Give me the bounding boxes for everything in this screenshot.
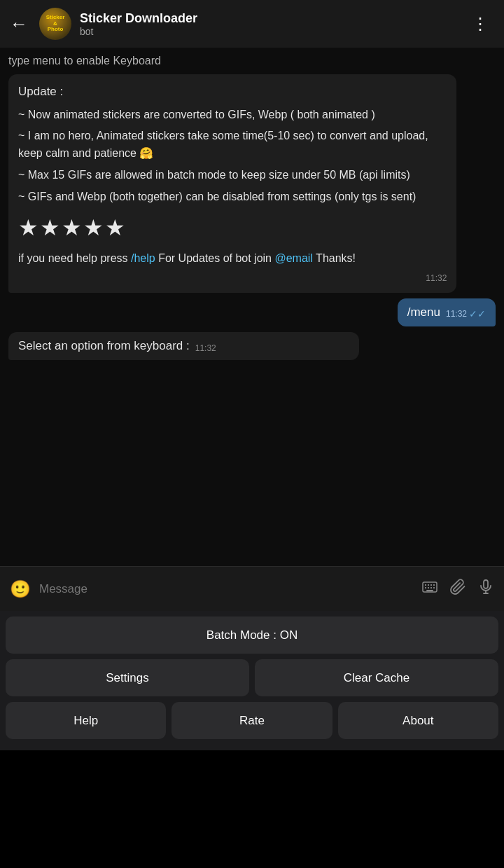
- user-bubble-meta: 11:32 ✓✓: [446, 308, 486, 319]
- back-button[interactable]: ←: [10, 13, 28, 35]
- header: ← Sticker & Photo Sticker Downloader bot…: [0, 0, 504, 48]
- svg-rect-6: [428, 587, 429, 588]
- svg-rect-7: [430, 587, 432, 588]
- bot-line-4: ~ GIFs and Webp (both together) can be d…: [18, 188, 447, 206]
- bot-subtitle: bot: [80, 26, 458, 37]
- keyboard-row-3: Help Rate About: [6, 702, 498, 739]
- svg-rect-3: [430, 584, 432, 586]
- svg-rect-2: [428, 584, 429, 586]
- svg-rect-9: [426, 590, 433, 591]
- keyboard-row-1: Batch Mode : ON: [6, 616, 498, 654]
- header-info: Sticker Downloader bot: [80, 11, 458, 37]
- help-text-prefix: if you need help press: [18, 252, 131, 264]
- user-bubble: /menu 11:32 ✓✓: [398, 298, 496, 326]
- user-message-row: /menu 11:32 ✓✓: [8, 298, 496, 326]
- chat-area: type menu to enable Keyboard Update : ~ …: [0, 48, 504, 566]
- bot-line-1: ~ Now animated stickers are converted to…: [18, 106, 447, 124]
- help-text-mid: For Updates of bot join: [155, 252, 275, 264]
- sys-message-text: Select an option from keyboard :: [18, 339, 190, 353]
- svg-rect-1: [425, 584, 426, 586]
- sys-timestamp: 11:32: [195, 343, 216, 353]
- emoji-button[interactable]: 🙂: [10, 579, 31, 599]
- bot-name: Sticker Downloader: [80, 11, 458, 26]
- svg-rect-8: [433, 587, 435, 588]
- rate-button[interactable]: Rate: [172, 702, 332, 739]
- sys-message-bubble: Select an option from keyboard : 11:32: [8, 332, 359, 360]
- mic-icon[interactable]: [477, 579, 494, 600]
- attach-icon[interactable]: [449, 579, 466, 600]
- help-text-end: Thanks!: [313, 252, 356, 264]
- avatar[interactable]: Sticker & Photo: [39, 8, 71, 40]
- read-receipts: ✓✓: [469, 308, 486, 319]
- header-menu-button[interactable]: ⋮: [466, 11, 494, 36]
- svg-rect-10: [484, 580, 488, 588]
- user-message-text: /menu: [407, 305, 440, 319]
- svg-rect-5: [425, 587, 426, 588]
- batch-mode-button[interactable]: Batch Mode : ON: [6, 616, 498, 654]
- settings-button[interactable]: Settings: [6, 659, 249, 696]
- star-rating: ★★★★★: [18, 211, 447, 244]
- update-label: Update :: [18, 83, 447, 101]
- keyboard-icon[interactable]: [421, 579, 438, 600]
- keyboard-row-2: Settings Clear Cache: [6, 659, 498, 696]
- help-button[interactable]: Help: [6, 702, 166, 739]
- svg-rect-4: [433, 584, 435, 586]
- bot-line-3: ~ Max 15 GIFs are allowed in batch mode …: [18, 167, 447, 184]
- avatar-image: Sticker & Photo: [39, 8, 71, 40]
- input-bar: 🙂: [0, 566, 504, 611]
- input-action-icons: [421, 579, 494, 600]
- bot-message-bubble: Update : ~ Now animated stickers are con…: [8, 74, 456, 293]
- keyboard-section: Batch Mode : ON Settings Clear Cache Hel…: [0, 611, 504, 750]
- help-text: if you need help press /help For Updates…: [18, 250, 447, 268]
- top-cutoff-text: type menu to enable Keyboard: [8, 55, 496, 67]
- help-link[interactable]: /help: [131, 252, 155, 264]
- about-button[interactable]: About: [338, 702, 498, 739]
- email-link[interactable]: @email: [274, 252, 312, 264]
- message-input[interactable]: [39, 582, 413, 596]
- clear-cache-button[interactable]: Clear Cache: [255, 659, 498, 696]
- bot-line-2: ~ I am no hero, Animated stickers take s…: [18, 128, 447, 163]
- bot-timestamp: 11:32: [18, 272, 447, 284]
- user-timestamp: 11:32: [446, 309, 467, 319]
